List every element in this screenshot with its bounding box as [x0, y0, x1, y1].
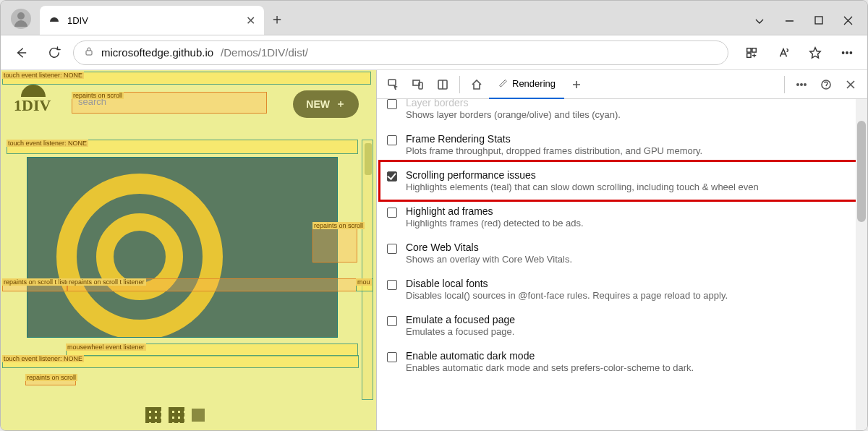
rendering-option: Scrolling performance issuesHighlights e… — [387, 163, 857, 199]
option-desc: Shows layer borders (orange/olive) and t… — [406, 109, 621, 120]
inspect-icon[interactable] — [381, 72, 406, 97]
rendering-option: Highlight ad framesHighlights frames (re… — [387, 199, 857, 235]
option-title: Highlight ad frames — [406, 205, 584, 217]
url-path: /Demos/1DIV/dist/ — [221, 46, 308, 59]
collections-icon[interactable] — [737, 38, 766, 67]
back-button[interactable] — [7, 38, 35, 67]
url-host: microsoftedge.github.io — [101, 46, 213, 59]
new-tab-button[interactable]: ＋ — [264, 9, 290, 29]
more-icon[interactable] — [789, 72, 814, 97]
new-button[interactable]: NEW＋ — [293, 90, 359, 118]
url-toolbar: microsoftedge.github.io/Demos/1DIV/dist/ — [1, 35, 867, 70]
grid-icon — [169, 407, 184, 423]
svg-point-15 — [801, 83, 802, 85]
rendering-option: Disable local fontsDisables local() sour… — [387, 271, 857, 307]
svg-point-16 — [804, 83, 806, 85]
checkbox[interactable] — [387, 244, 397, 254]
svg-rect-3 — [747, 48, 751, 51]
browser-tab[interactable]: 1DIV ✕ — [40, 6, 264, 35]
highlight-box — [378, 160, 867, 202]
option-title: Emulate a focused page — [406, 314, 515, 325]
tab-rendering[interactable]: Rendering — [489, 70, 564, 99]
logo-icon — [21, 85, 46, 97]
webpage-preview: touch event listener: NONE 1DIV searchre… — [1, 70, 377, 431]
lock-icon — [84, 46, 94, 59]
overlay-mou: mou — [356, 278, 373, 291]
devtools-tabbar: Rendering — [377, 70, 867, 99]
checkbox[interactable] — [387, 135, 397, 145]
devtools-panel: Rendering Layer bordersShows layer borde… — [377, 70, 867, 431]
browser-titlebar: 1DIV ✕ ＋ — [1, 1, 867, 35]
chevron-down-icon[interactable] — [754, 16, 765, 26]
brush-icon — [498, 77, 508, 90]
more-icon[interactable] — [833, 38, 861, 67]
checkbox[interactable] — [387, 316, 397, 326]
option-title: Frame Rendering Stats — [406, 133, 702, 145]
rendering-option: Core Web VitalsShows an overlay with Cor… — [387, 235, 857, 271]
refresh-button[interactable] — [40, 38, 69, 67]
svg-point-6 — [842, 51, 843, 53]
tab-title: 1DIV — [67, 15, 239, 26]
app-logo: 1DIV — [14, 96, 51, 115]
scroll-thumb[interactable] — [857, 121, 866, 222]
option-desc: Shows an overlay with Core Web Vitals. — [406, 254, 572, 265]
rendering-option: Layer bordersShows layer borders (orange… — [387, 99, 857, 127]
option-desc: Disables local() sources in @font-face r… — [406, 290, 728, 301]
svg-rect-11 — [419, 82, 422, 89]
favorite-icon[interactable] — [801, 38, 830, 67]
option-desc: Enables automatic dark mode and sets pre… — [406, 362, 694, 373]
checkbox[interactable] — [387, 280, 397, 290]
overlay-touch: touch event listener: NONE — [7, 140, 358, 154]
close-icon[interactable] — [838, 72, 863, 97]
read-aloud-icon[interactable] — [769, 38, 798, 67]
option-desc: Plots frame throughput, dropped frames d… — [406, 145, 702, 156]
rendering-option: Enable automatic dark modeEnables automa… — [387, 343, 857, 380]
svg-rect-1 — [815, 17, 822, 24]
option-desc: Emulates a focused page. — [406, 326, 515, 337]
tab-favicon — [48, 14, 60, 26]
device-icon[interactable] — [406, 72, 430, 97]
svg-rect-4 — [752, 48, 756, 51]
minimize-icon[interactable] — [785, 16, 794, 26]
devtools-scrollbar[interactable] — [856, 99, 867, 431]
layout-toggle[interactable] — [145, 407, 205, 423]
overlay-repaints: repaints on scroll — [25, 374, 76, 385]
option-title: Core Web Vitals — [406, 242, 572, 253]
overlay-touch: touch event listener: NONE — [2, 72, 371, 85]
option-title: Disable local fonts — [406, 278, 728, 289]
rendering-option: Emulate a focused pageEmulates a focused… — [387, 307, 857, 343]
profile-avatar[interactable] — [11, 9, 31, 29]
search-input[interactable]: searchrepaints on scroll — [72, 92, 267, 114]
overlay-touch: touch event listener: NONE — [2, 355, 359, 368]
home-icon[interactable] — [464, 72, 489, 97]
maximize-icon[interactable] — [814, 16, 823, 26]
svg-rect-5 — [747, 53, 751, 56]
svg-rect-2 — [86, 51, 92, 55]
address-bar[interactable]: microsoftedge.github.io/Demos/1DIV/dist/ — [73, 40, 728, 65]
close-icon[interactable]: ✕ — [246, 14, 255, 27]
checkbox[interactable] — [387, 208, 397, 218]
page-scrollbar[interactable] — [362, 140, 373, 400]
svg-point-8 — [850, 51, 851, 53]
svg-point-14 — [797, 83, 799, 85]
checkbox[interactable] — [387, 99, 397, 109]
svg-point-7 — [846, 51, 848, 53]
rendering-option: Frame Rendering StatsPlots frame through… — [387, 127, 857, 163]
rendering-options: Layer bordersShows layer borders (orange… — [377, 99, 867, 431]
add-tab-button[interactable] — [564, 72, 589, 97]
help-icon[interactable] — [814, 72, 838, 97]
grid-icon — [145, 407, 161, 423]
window-close-icon[interactable] — [843, 16, 853, 26]
overlay-repaints: repaints on scroll t liste — [2, 278, 67, 291]
option-title: Enable automatic dark mode — [406, 350, 694, 362]
option-desc: Highlights frames (red) detected to be a… — [406, 218, 584, 229]
overlay-repaints: repaints on scroll — [312, 222, 357, 263]
overlay-repaints: repaints on scroll t listener — [67, 278, 357, 291]
svg-rect-9 — [388, 80, 396, 85]
demo-card[interactable] — [27, 157, 338, 338]
square-icon — [192, 409, 205, 422]
plus-icon: ＋ — [336, 98, 346, 111]
dock-icon[interactable] — [430, 72, 455, 97]
option-title: Layer borders — [406, 99, 621, 108]
checkbox[interactable] — [387, 352, 397, 362]
